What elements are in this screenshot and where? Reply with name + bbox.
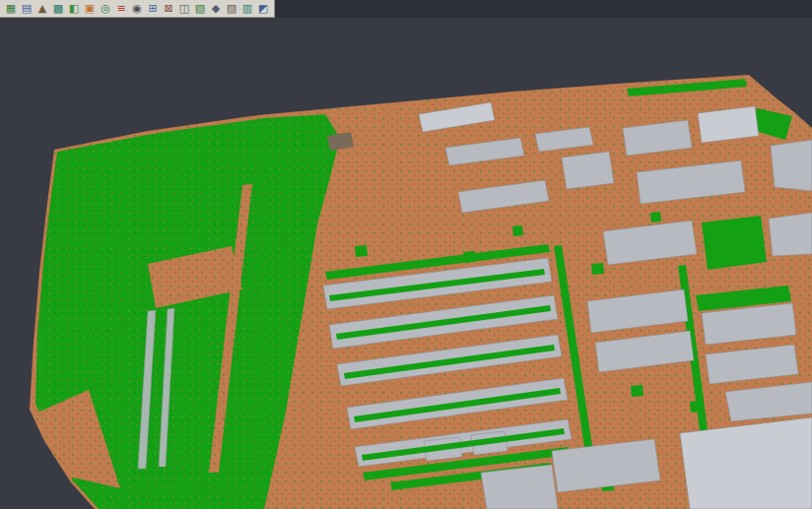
corner-icon[interactable]: ◩: [255, 1, 271, 17]
header-filler: [275, 0, 812, 18]
header-bar: ▦▤▲▩◧▣◎≡◉⊞⊠◫▧◆▨▥◩: [0, 0, 812, 18]
color-box-icon[interactable]: ▣: [82, 1, 98, 17]
toolbar-icons: ▦▤▲▩◧▣◎≡◉⊞⊠◫▧◆▨▥◩: [0, 0, 275, 18]
record-icon[interactable]: ◉: [129, 1, 145, 17]
close-box-icon[interactable]: ⊠: [161, 1, 176, 17]
mesh-icon[interactable]: ▩: [50, 1, 66, 17]
dual-pane-icon[interactable]: ◫: [176, 1, 192, 17]
hatch-icon[interactable]: ▧: [192, 1, 208, 17]
grid-view-icon[interactable]: ▦: [3, 1, 19, 17]
3d-viewport[interactable]: [0, 18, 812, 509]
target-icon[interactable]: ◎: [98, 1, 113, 17]
add-window-icon[interactable]: ⊞: [145, 1, 161, 17]
rows-icon[interactable]: ▥: [239, 1, 255, 17]
table-icon[interactable]: ▤: [19, 1, 34, 17]
split-view-icon[interactable]: ◧: [66, 1, 82, 17]
point-cloud-render: [0, 18, 812, 509]
shade-icon[interactable]: ▨: [224, 1, 239, 17]
app-window: ▦▤▲▩◧▣◎≡◉⊞⊠◫▧◆▨▥◩: [0, 0, 812, 509]
diamond-icon[interactable]: ◆: [208, 1, 224, 17]
terrain-icon[interactable]: ▲: [34, 1, 50, 17]
list-icon[interactable]: ≡: [113, 1, 129, 17]
